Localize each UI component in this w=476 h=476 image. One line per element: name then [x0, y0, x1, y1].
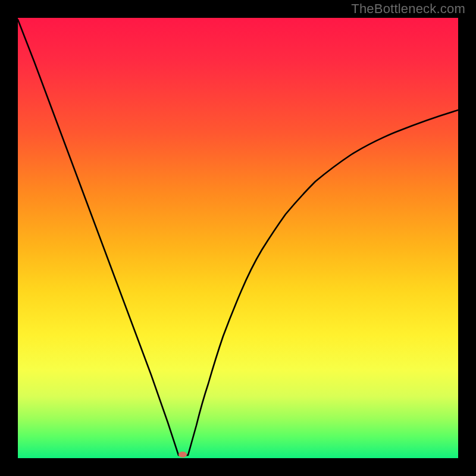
watermark-text: TheBottleneck.com: [351, 1, 465, 17]
plot-gradient-area: [18, 18, 458, 458]
chart-frame: TheBottleneck.com: [0, 0, 476, 476]
minimum-marker: [178, 452, 187, 458]
